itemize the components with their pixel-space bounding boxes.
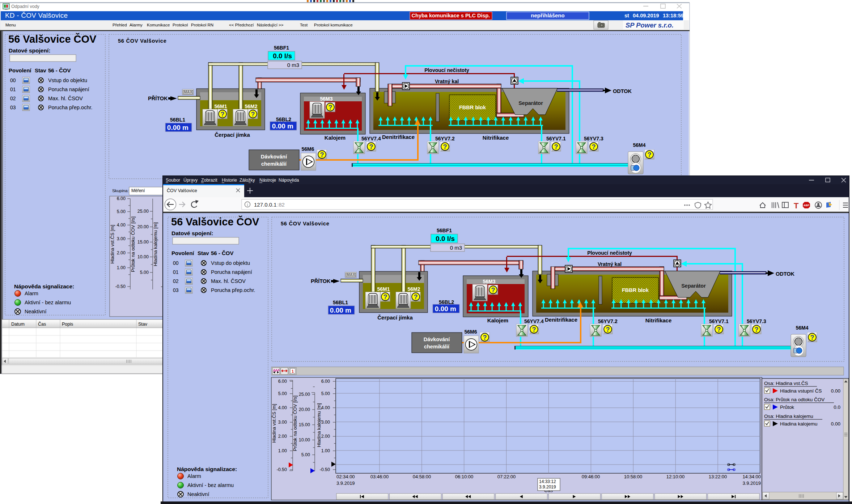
svg-text:Skupina:: Skupina: (112, 188, 129, 193)
svg-text:nepřihlášeno: nepřihlášeno (531, 12, 564, 18)
svg-text:10.00: 10.00 (299, 437, 310, 442)
svg-text:Alarmy: Alarmy (130, 23, 143, 27)
svg-text:14:34:00: 14:34:00 (742, 474, 761, 479)
svg-text:2.00: 2.00 (278, 434, 287, 439)
svg-text:15.00: 15.00 (137, 240, 149, 245)
svg-text:3.9.2019: 3.9.2019 (336, 480, 355, 486)
svg-text:Hladina vst.ČS [m]: Hladina vst.ČS [m] (271, 404, 277, 443)
svg-text:Hladina kalojemu: Hladina kalojemu (780, 421, 818, 427)
svg-text:Protokol: Protokol (173, 23, 188, 27)
svg-text:SP Power s.r.o.: SP Power s.r.o. (626, 21, 674, 29)
svg-text:Nápověda: Nápověda (279, 178, 299, 183)
svg-text:4.00: 4.00 (321, 405, 330, 410)
svg-text:4.00: 4.00 (117, 223, 126, 228)
svg-text:04.09.2019: 04.09.2019 (633, 13, 659, 18)
svg-text:Čas: Čas (38, 321, 46, 327)
svg-text:10:58:00: 10:58:00 (624, 474, 643, 479)
svg-text:Osa: Hladina kalojemu: Osa: Hladina kalojemu (764, 414, 813, 419)
svg-text:5.00: 5.00 (140, 270, 149, 275)
svg-text:Chyba komunikace s PLC Disp.: Chyba komunikace s PLC Disp. (412, 13, 490, 18)
svg-text:10.00: 10.00 (137, 254, 149, 259)
svg-text:13:18:59: 13:18:59 (663, 13, 684, 18)
svg-text:Komunikace: Komunikace (147, 23, 170, 27)
svg-text:Hladina kalojemu [m]: Hladina kalojemu [m] (153, 222, 158, 266)
svg-text:ČOV Valšovice: ČOV Valšovice (167, 188, 197, 193)
svg-text:Nástroje: Nástroje (259, 178, 276, 183)
svg-text:1: 1 (292, 369, 294, 373)
svg-text:3.00: 3.00 (278, 420, 287, 425)
svg-text:1.00: 1.00 (117, 265, 126, 270)
svg-text:5.00: 5.00 (278, 391, 287, 396)
svg-text:Protokol RN: Protokol RN (191, 23, 213, 27)
svg-text:Následující >>: Následující >> (257, 23, 284, 27)
svg-text:Menu: Menu (5, 23, 16, 27)
svg-text:Průtok: Průtok (780, 405, 794, 410)
svg-text:5.00: 5.00 (117, 209, 126, 214)
svg-text:Test: Test (300, 23, 308, 27)
svg-text:Průtok na odtoku ČOV [l/s]: Průtok na odtoku ČOV [l/s] (130, 216, 136, 272)
svg-text:6.00: 6.00 (117, 196, 126, 201)
svg-text:Úpravy: Úpravy (183, 177, 198, 183)
svg-text:ABP: ABP (804, 204, 809, 207)
svg-text:Zobrazit: Zobrazit (201, 178, 217, 183)
svg-text:Soubor: Soubor (166, 178, 180, 183)
svg-text:25.00: 25.00 (137, 209, 149, 214)
svg-text:06:10:00: 06:10:00 (455, 474, 474, 479)
svg-text:14:33:12: 14:33:12 (539, 479, 556, 484)
svg-text:13:22:00: 13:22:00 (709, 474, 727, 479)
svg-text:20.00: 20.00 (137, 224, 149, 229)
svg-text:4.00: 4.00 (278, 405, 287, 410)
svg-text:09:46:00: 09:46:00 (582, 474, 600, 479)
svg-text:04:58:00: 04:58:00 (413, 474, 431, 479)
svg-text:Popis: Popis (62, 322, 73, 327)
svg-text:0.00: 0.00 (831, 388, 840, 394)
svg-text:3.00: 3.00 (321, 420, 330, 425)
svg-text:Hladina kalojemu [m]: Hladina kalojemu [m] (316, 403, 322, 447)
svg-text:Historie: Historie (222, 178, 237, 183)
svg-text:Stav: Stav (138, 322, 148, 327)
svg-text:KD - ČOV Valšovice: KD - ČOV Valšovice (5, 12, 68, 19)
svg-text:Osa: Hladina vst.ČS: Osa: Hladina vst.ČS (764, 381, 808, 386)
svg-text:6.00: 6.00 (278, 379, 287, 384)
svg-text:Přehled: Přehled (113, 23, 127, 27)
svg-text:3.00: 3.00 (117, 236, 126, 241)
svg-text:Osa: Průtok na odtoku ČOV: Osa: Průtok na odtoku ČOV (764, 397, 825, 402)
svg-text:127.0.0.1: 127.0.0.1 (254, 202, 277, 208)
svg-text:5.00: 5.00 (321, 391, 330, 396)
svg-text:02:34:00: 02:34:00 (336, 474, 355, 479)
svg-text:-0.50: -0.50 (277, 467, 287, 472)
svg-text:2.00: 2.00 (117, 250, 126, 255)
svg-text:Hladina vst.ČS [m]: Hladina vst.ČS [m] (110, 225, 115, 264)
svg-text:0.00: 0.00 (831, 421, 840, 427)
svg-text:Měření: Měření (131, 188, 145, 193)
svg-text:2.00: 2.00 (321, 434, 330, 439)
svg-text:Odpadní vody: Odpadní vody (11, 4, 40, 9)
svg-text:i: i (247, 203, 248, 207)
svg-text:3.9.2019: 3.9.2019 (742, 480, 761, 486)
svg-text:20.00: 20.00 (299, 407, 310, 412)
svg-text:12:10:00: 12:10:00 (666, 474, 685, 479)
svg-text::82: :82 (277, 202, 285, 208)
svg-text:1.00: 1.00 (278, 448, 287, 453)
svg-text:25.00: 25.00 (299, 392, 310, 397)
svg-text:3.9.2019: 3.9.2019 (539, 484, 556, 490)
svg-text:15.00: 15.00 (299, 422, 310, 427)
svg-text:st: st (624, 13, 629, 18)
svg-text:0.0: 0.0 (834, 405, 840, 410)
svg-text:1.00: 1.00 (321, 448, 330, 453)
svg-text:Protokol komunikace: Protokol komunikace (314, 23, 353, 27)
svg-text:07:22:00: 07:22:00 (497, 474, 516, 479)
svg-text:Datum: Datum (11, 322, 25, 327)
svg-text:Průtok na odtoku ČOV [l/s]: Průtok na odtoku ČOV [l/s] (292, 395, 298, 451)
svg-text:6.00: 6.00 (321, 379, 330, 384)
svg-text:<< Předchozí: << Předchozí (229, 23, 254, 27)
svg-text:-0.50: -0.50 (115, 284, 126, 289)
svg-text:T: T (794, 201, 799, 210)
svg-text:03:46:00: 03:46:00 (370, 474, 389, 479)
svg-text:5.00: 5.00 (301, 452, 310, 457)
svg-text:Záložky: Záložky (240, 178, 255, 183)
svg-text:-0.50: -0.50 (320, 467, 330, 472)
svg-text:Hladina vstupní ČS: Hladina vstupní ČS (780, 388, 822, 394)
